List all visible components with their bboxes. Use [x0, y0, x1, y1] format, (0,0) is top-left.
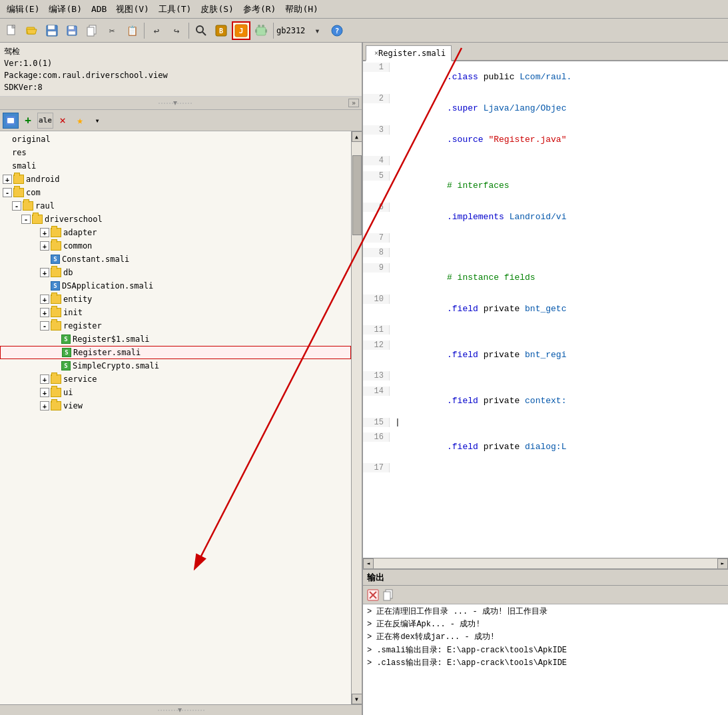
- menu-skin[interactable]: 皮肤(S): [196, 2, 237, 17]
- toggle-ui[interactable]: +: [40, 388, 49, 397]
- scroll-down-btn[interactable]: ▼: [352, 694, 362, 704]
- cut-button[interactable]: ✂: [103, 21, 121, 40]
- rename-button[interactable]: ale: [37, 113, 53, 129]
- output-title: 输出: [367, 572, 384, 584]
- panel-collapse-button[interactable]: »: [348, 99, 359, 107]
- tab-register-smali[interactable]: × Register.smali: [366, 45, 452, 61]
- sep1: [144, 23, 145, 39]
- folder-icon: [51, 241, 61, 251]
- save-button[interactable]: [43, 21, 61, 40]
- bookmark-dropdown[interactable]: ▾: [89, 113, 105, 129]
- tree-item-simplecrypto-smali[interactable]: S SimpleCrypto.smali: [0, 359, 351, 372]
- folder-icon: [13, 188, 24, 197]
- copy-button[interactable]: [83, 21, 101, 40]
- svg-point-19: [262, 25, 264, 27]
- tree-item-android[interactable]: + android: [0, 173, 351, 186]
- add-button[interactable]: +: [20, 113, 36, 129]
- tree-item-raul[interactable]: - raul: [0, 199, 351, 213]
- tree-item-register[interactable]: - register: [0, 319, 351, 333]
- svg-rect-8: [69, 31, 75, 35]
- menu-adb[interactable]: ADB: [87, 3, 111, 15]
- folder-icon: [51, 268, 61, 277]
- toggle-entity[interactable]: +: [40, 295, 49, 304]
- save-all-button[interactable]: [63, 21, 81, 40]
- menu-tools[interactable]: 工具(T): [155, 2, 195, 17]
- info-collapse-row: »: [0, 97, 362, 110]
- tree-item-dsapp-smali[interactable]: S DSApplication.smali: [0, 279, 351, 293]
- menu-reference[interactable]: 参考(R): [239, 2, 280, 17]
- android-button[interactable]: [252, 21, 270, 40]
- tree-item-register1-smali[interactable]: S Register$1.smali: [0, 333, 351, 346]
- toggle-view[interactable]: +: [40, 401, 49, 410]
- menu-view[interactable]: 视图(V): [112, 2, 153, 17]
- scroll-thumb[interactable]: [352, 155, 362, 235]
- build-button[interactable]: B: [212, 21, 230, 40]
- svg-text:?: ?: [335, 27, 340, 35]
- paste-button[interactable]: 📋: [123, 21, 141, 40]
- tree-item-register-smali[interactable]: S Register.smali: [0, 346, 351, 359]
- folder-icon: [13, 175, 24, 184]
- tree-item-ui[interactable]: + ui: [0, 386, 351, 399]
- menu-compile[interactable]: 编译(B): [45, 2, 85, 17]
- svg-rect-17: [256, 27, 266, 35]
- smali-icon: S: [62, 348, 71, 357]
- find-button[interactable]: [192, 21, 210, 40]
- tree-item-smali[interactable]: smali: [0, 159, 351, 173]
- project-version: Ver:1.0(1): [4, 57, 358, 69]
- code-editor[interactable]: 1 .class public Lcom/raul. 2 .super Ljav…: [363, 61, 728, 558]
- toggle-raul[interactable]: -: [12, 201, 21, 211]
- tree-item-driverschool[interactable]: - driverschool: [0, 213, 351, 226]
- toggle-register[interactable]: -: [40, 321, 49, 331]
- tree-item-constant-smali[interactable]: S Constant.smali: [0, 253, 351, 266]
- java-button[interactable]: J: [232, 21, 250, 40]
- output-clear-btn[interactable]: [366, 588, 380, 602]
- toggle-android[interactable]: +: [3, 175, 12, 184]
- open-button[interactable]: [23, 21, 41, 40]
- output-header: 输出: [363, 570, 728, 586]
- hscroll-right[interactable]: ►: [717, 558, 728, 569]
- output-line: > .class输出目录: E:\app-crack\tools\ApkIDE: [367, 657, 724, 670]
- redo-button[interactable]: ↪: [167, 21, 186, 40]
- output-copy-btn[interactable]: [382, 588, 396, 602]
- encoding-dropdown[interactable]: ▾: [308, 21, 326, 40]
- toggle-common[interactable]: +: [40, 241, 49, 251]
- tree-item-com[interactable]: - com: [0, 186, 351, 199]
- toggle-service[interactable]: +: [40, 374, 49, 384]
- tree-scrollbar[interactable]: ▲ ▼: [351, 131, 362, 704]
- toggle-driverschool[interactable]: -: [21, 215, 31, 224]
- tree-item-service[interactable]: + service: [0, 372, 351, 386]
- project-name: 驾检: [4, 45, 358, 57]
- svg-point-18: [258, 25, 260, 27]
- hscroll-left[interactable]: ◄: [363, 558, 374, 569]
- output-line: > .smali输出目录: E:\app-crack\tools\ApkIDE: [367, 644, 724, 657]
- menu-help[interactable]: 帮助(H): [281, 2, 322, 17]
- tree-item-common[interactable]: + common: [0, 239, 351, 253]
- tree-item-res[interactable]: res: [0, 146, 351, 159]
- encoding-label: gb2312: [276, 26, 305, 35]
- tab-label: Register.smali: [378, 49, 446, 58]
- toggle-adapter[interactable]: +: [40, 228, 49, 237]
- tree-item-entity[interactable]: + entity: [0, 293, 351, 306]
- tree-item-init[interactable]: + init: [0, 306, 351, 319]
- tree-item-adapter[interactable]: + adapter: [0, 226, 351, 239]
- toggle-init[interactable]: +: [40, 308, 49, 317]
- smali-icon: S: [61, 335, 71, 344]
- tree-item-original[interactable]: original: [0, 133, 351, 146]
- smali-icon: S: [51, 281, 60, 291]
- tree-item-view[interactable]: + view: [0, 399, 351, 412]
- scroll-up-btn[interactable]: ▲: [352, 131, 362, 142]
- menu-edit[interactable]: 编辑(E): [3, 2, 43, 17]
- bookmark-button[interactable]: ★: [72, 113, 88, 129]
- toggle-com[interactable]: -: [3, 188, 12, 197]
- tab-bar: × Register.smali: [363, 43, 728, 61]
- tree-item-db[interactable]: + db: [0, 266, 351, 279]
- project-icon-btn[interactable]: [3, 113, 19, 129]
- code-hscroll[interactable]: ◄ ►: [363, 558, 728, 568]
- code-line-7: 7: [363, 233, 728, 247]
- help-button[interactable]: ?: [328, 21, 346, 40]
- undo-button[interactable]: ↩: [147, 21, 166, 40]
- svg-text:J: J: [239, 27, 244, 35]
- delete-button[interactable]: ×: [55, 113, 71, 129]
- toggle-db[interactable]: +: [40, 268, 49, 277]
- new-button[interactable]: [3, 21, 21, 40]
